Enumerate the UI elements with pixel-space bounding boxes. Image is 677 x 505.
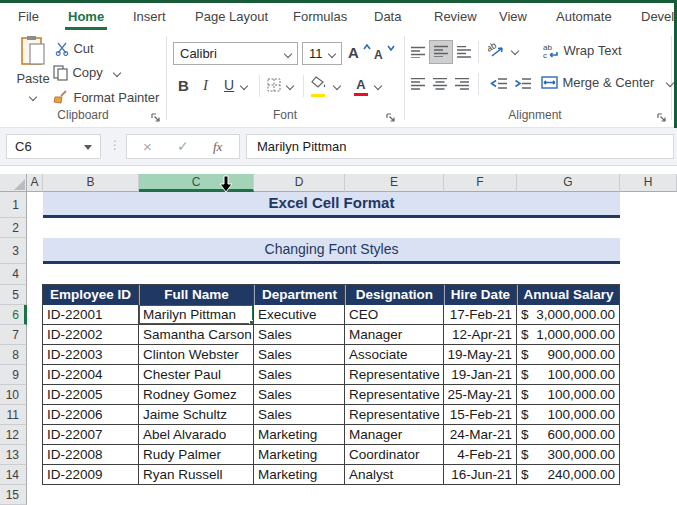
underline-dropdown-icon[interactable] xyxy=(240,82,248,90)
cell-full-name[interactable]: Chester Paul xyxy=(139,365,254,385)
borders-dropdown-icon[interactable] xyxy=(286,82,294,90)
middle-align-button[interactable] xyxy=(429,40,453,64)
italic-button[interactable]: I xyxy=(203,77,208,94)
merge-center-button[interactable]: Merge & Center xyxy=(541,73,673,91)
cell-full-name[interactable]: Rudy Palmer xyxy=(139,445,254,465)
table-header-cell[interactable]: Department xyxy=(254,285,345,305)
font-dialog-launcher[interactable] xyxy=(385,109,397,121)
decrease-indent-button[interactable] xyxy=(490,76,508,94)
cell-full-name[interactable]: Rodney Gomez xyxy=(139,385,254,405)
cell-designation[interactable]: CEO xyxy=(345,305,444,325)
table-header-cell[interactable]: Annual Salary xyxy=(517,285,620,305)
tab-insert[interactable]: Insert xyxy=(133,3,166,31)
row-header-7[interactable]: 7 xyxy=(0,325,27,345)
row-header-8[interactable]: 8 xyxy=(0,345,27,365)
cell-annual-salary[interactable]: $300,000.00 xyxy=(517,445,620,465)
cell-department[interactable]: Sales xyxy=(254,405,345,425)
column-header-F[interactable]: F xyxy=(444,174,517,192)
enter-icon[interactable]: ✓ xyxy=(177,135,189,158)
table-header-cell[interactable]: Full Name xyxy=(139,285,254,305)
cell-full-name[interactable]: Jaime Schultz xyxy=(139,405,254,425)
font-name-combo[interactable]: Calibri xyxy=(173,42,298,65)
table-header-cell[interactable]: Employee ID xyxy=(43,285,139,305)
cell-full-name[interactable]: Ryan Russell xyxy=(139,465,254,485)
cell-designation[interactable]: Coordinator xyxy=(345,445,444,465)
row-header-14[interactable]: 14 xyxy=(0,465,27,485)
cell-department[interactable]: Sales xyxy=(254,345,345,365)
format-painter-button[interactable]: Format Painter xyxy=(53,88,159,106)
column-header-C[interactable]: C xyxy=(139,174,254,192)
cell-employee-id[interactable]: ID-22007 xyxy=(43,425,139,445)
font-size-combo[interactable]: 11 xyxy=(302,42,342,65)
row-header-11[interactable]: 11 xyxy=(0,405,27,425)
formula-input[interactable]: Marilyn Pittman xyxy=(246,134,674,159)
cell-employee-id[interactable]: ID-22004 xyxy=(43,365,139,385)
tab-review[interactable]: Review xyxy=(434,3,477,31)
cell-full-name-selected[interactable]: Marilyn Pittman xyxy=(139,305,254,325)
cell-department[interactable]: Marketing xyxy=(254,445,345,465)
top-align-button[interactable] xyxy=(410,44,426,62)
cell-designation[interactable]: Representative xyxy=(345,385,444,405)
column-header-D[interactable]: D xyxy=(254,174,345,192)
increase-indent-button[interactable] xyxy=(514,76,532,94)
cell-hire-date[interactable]: 12-Apr-21 xyxy=(444,325,517,345)
cell-employee-id[interactable]: ID-22005 xyxy=(43,385,139,405)
paste-dropdown-icon[interactable] xyxy=(29,93,37,101)
cell-department[interactable]: Sales xyxy=(254,325,345,345)
tab-page-layout[interactable]: Page Layout xyxy=(195,3,268,31)
cell-employee-id[interactable]: ID-22008 xyxy=(43,445,139,465)
align-left-button[interactable] xyxy=(410,76,426,94)
cell-hire-date[interactable]: 15-Feb-21 xyxy=(444,405,517,425)
tab-home[interactable]: Home xyxy=(68,3,104,31)
font-color-button[interactable]: A xyxy=(354,75,368,96)
font-color-dropdown-icon[interactable] xyxy=(374,82,382,90)
shrink-font-button[interactable]: A xyxy=(374,45,395,63)
table-header-cell[interactable]: Hire Date xyxy=(444,285,517,305)
cell-designation[interactable]: Representative xyxy=(345,365,444,385)
subtitle-banner-cell[interactable]: Changing Font Styles xyxy=(43,238,620,264)
cell-annual-salary[interactable]: $240,000.00 xyxy=(517,465,620,485)
orientation-dropdown-icon[interactable] xyxy=(511,47,519,55)
bottom-align-button[interactable] xyxy=(456,44,472,62)
tab-file[interactable]: File xyxy=(18,3,39,31)
tab-formulas[interactable]: Formulas xyxy=(293,3,347,31)
cell-hire-date[interactable]: 25-May-21 xyxy=(444,385,517,405)
row-header-6[interactable]: 6 xyxy=(0,305,27,325)
cell-designation[interactable]: Manager xyxy=(345,325,444,345)
cell-employee-id[interactable]: ID-22002 xyxy=(43,325,139,345)
row-header-1[interactable]: 1 xyxy=(0,192,27,218)
font-size-dropdown-icon[interactable] xyxy=(328,50,336,58)
cell-designation[interactable]: Representative xyxy=(345,405,444,425)
cell-department[interactable]: Sales xyxy=(254,365,345,385)
borders-button[interactable] xyxy=(267,78,281,96)
clipboard-dialog-launcher[interactable] xyxy=(150,109,162,121)
copy-button[interactable]: Copy xyxy=(53,63,120,81)
column-header-H[interactable]: H xyxy=(620,174,677,192)
cell-annual-salary[interactable]: $900,000.00 xyxy=(517,345,620,365)
cell-hire-date[interactable]: 16-Jun-21 xyxy=(444,465,517,485)
alignment-dialog-launcher[interactable] xyxy=(656,109,668,121)
row-header-3[interactable]: 3 xyxy=(0,238,27,264)
select-all-corner[interactable] xyxy=(0,174,27,192)
cut-button[interactable]: Cut xyxy=(55,39,94,57)
orientation-button[interactable]: ab xyxy=(488,41,506,61)
fill-color-button[interactable] xyxy=(311,75,328,97)
tab-automate[interactable]: Automate xyxy=(556,3,612,31)
tab-data[interactable]: Data xyxy=(374,3,401,31)
cell-employee-id[interactable]: ID-22003 xyxy=(43,345,139,365)
cell-hire-date[interactable]: 19-Jan-21 xyxy=(444,365,517,385)
sheet-grid[interactable]: Excel Cell Format Changing Font Styles E… xyxy=(27,192,677,505)
bold-button[interactable]: B xyxy=(178,77,189,94)
wrap-text-button[interactable]: ab c Wrap Text xyxy=(543,41,622,59)
cell-designation[interactable]: Analyst xyxy=(345,465,444,485)
cell-department[interactable]: Marketing xyxy=(254,425,345,445)
row-header-2[interactable]: 2 xyxy=(0,218,27,238)
cell-hire-date[interactable]: 24-Mar-21 xyxy=(444,425,517,445)
row-header-4[interactable]: 4 xyxy=(0,264,27,285)
cell-full-name[interactable]: Samantha Carson xyxy=(139,325,254,345)
tab-developer[interactable]: Developer xyxy=(641,3,677,31)
cell-employee-id[interactable]: ID-22006 xyxy=(43,405,139,425)
table-header-cell[interactable]: Designation xyxy=(345,285,444,305)
column-header-E[interactable]: E xyxy=(345,174,444,192)
column-header-G[interactable]: G xyxy=(517,174,620,192)
